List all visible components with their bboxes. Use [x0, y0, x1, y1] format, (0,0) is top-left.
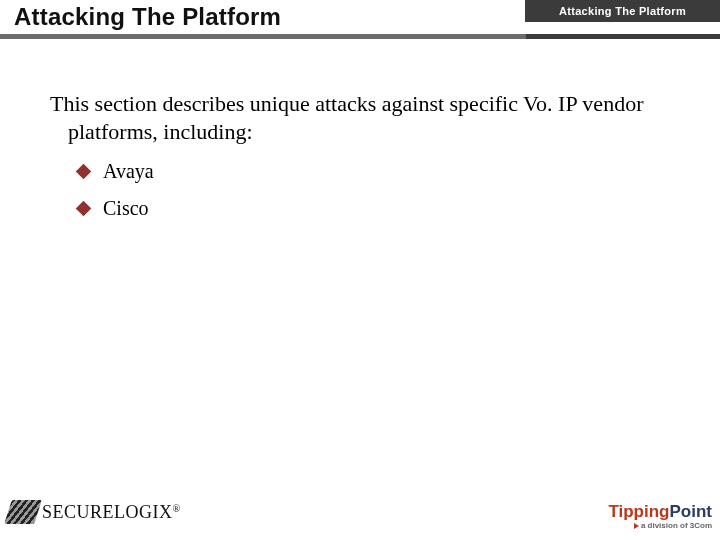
securelogix-logo: SECURELOGIX® — [8, 498, 181, 526]
securelogix-mark-icon — [8, 498, 38, 526]
subtext-label: a division of 3Com — [641, 521, 712, 530]
securelogix-text: SECURELOGIX — [42, 502, 173, 522]
tippingpoint-subtext: a division of 3Com — [608, 522, 712, 530]
tipping-text: Tipping — [608, 502, 669, 521]
intro-text: This section describes unique attacks ag… — [32, 90, 710, 145]
diamond-bullet-icon — [76, 201, 92, 217]
intro-text-content: This section describes unique attacks ag… — [32, 90, 710, 145]
diamond-bullet-icon — [76, 164, 92, 180]
tippingpoint-wordmark: TippingPoint — [608, 502, 712, 521]
footer: SECURELOGIX® TippingPoint a division of … — [8, 486, 712, 534]
bullet-list: Avaya Cisco — [78, 160, 154, 234]
securelogix-wordmark: SECURELOGIX® — [42, 502, 181, 523]
list-item: Avaya — [78, 160, 154, 183]
tippingpoint-logo: TippingPoint a division of 3Com — [608, 503, 712, 530]
triangle-icon — [634, 523, 639, 529]
registered-mark: ® — [173, 502, 181, 513]
list-item: Cisco — [78, 197, 154, 220]
header-tab: Attacking The Platform — [525, 0, 720, 22]
header-underline — [0, 34, 720, 39]
bullet-label: Avaya — [103, 160, 154, 183]
bullet-label: Cisco — [103, 197, 149, 220]
point-text: Point — [670, 502, 713, 521]
slide-title: Attacking The Platform — [14, 3, 281, 31]
